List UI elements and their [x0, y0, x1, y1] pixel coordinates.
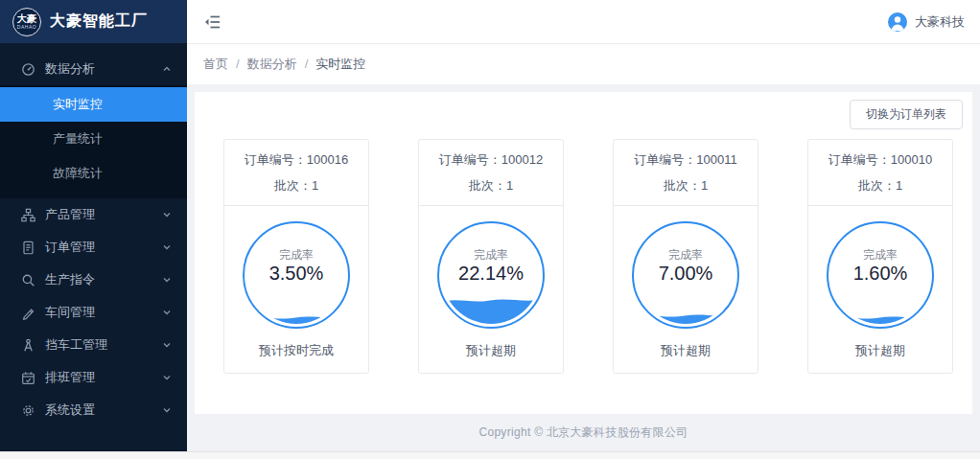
order-number: 订单编号：100011 [614, 151, 758, 169]
brand-emblem-text: 大豪 [17, 14, 36, 24]
sidebar-item-label: 生产指令 [45, 271, 162, 288]
worker-icon [21, 338, 35, 353]
sidebar: 大豪 DAHAO 大豪智能工厂 数据分析实时监控产量统计故障统计产品管理订单管理… [0, 0, 187, 451]
batch-number: 批次：1 [224, 177, 368, 195]
main-area: 大豪科技 首页/数据分析/实时监控 切换为订单列表 订单编号：100016批次：… [187, 0, 980, 451]
gauge-section: 完成率7.00%预计超期 [614, 205, 758, 359]
top-header: 大豪科技 [187, 0, 980, 43]
chevron-down-icon [162, 242, 172, 252]
order-number: 订单编号：100012 [419, 151, 563, 169]
breadcrumb-bar: 首页/数据分析/实时监控 [187, 43, 980, 84]
panel-toolbar: 切换为订单列表 [195, 92, 972, 129]
chevron-down-icon [162, 373, 172, 382]
order-card: 订单编号：100011批次：1完成率7.00%预计超期 [613, 139, 758, 374]
completion-liquid-gauge: 完成率1.60% [827, 221, 934, 329]
menu-fold-icon[interactable] [203, 12, 222, 32]
status-text: 预计按时完成 [224, 342, 368, 359]
sidebar-submenu: 实时监控产量统计故障统计 [0, 85, 187, 198]
rate-value: 1.60% [828, 263, 932, 285]
breadcrumb-item-1[interactable]: 首页 [203, 56, 228, 73]
sidebar-subitem-1[interactable]: 实时监控 [0, 87, 187, 122]
sidebar-item-4[interactable]: 生产指令 [0, 264, 187, 296]
chevron-down-icon [162, 210, 172, 219]
horizontal-scrollbar[interactable] [0, 451, 980, 459]
brand-emblem-icon: 大豪 DAHAO [12, 8, 41, 36]
gear-icon [21, 403, 35, 418]
gauge-section: 完成率3.50%预计按时完成 [224, 205, 368, 359]
app-title: 大豪智能工厂 [50, 11, 148, 32]
sidebar-item-7[interactable]: 排班管理 [0, 361, 187, 394]
rate-value: 3.50% [245, 263, 348, 285]
breadcrumb-separator: / [236, 57, 240, 71]
sidebar-item-label: 数据分析 [45, 60, 162, 78]
status-text: 预计超期 [419, 342, 563, 359]
order-number: 订单编号：100010 [808, 151, 952, 169]
rate-label: 完成率 [439, 247, 543, 264]
rate-label: 完成率 [828, 247, 932, 264]
chevron-down-icon [162, 308, 172, 317]
search-icon [21, 273, 35, 287]
order-card: 订单编号：100016批次：1完成率3.50%预计按时完成 [223, 139, 369, 374]
sidebar-item-label: 订单管理 [45, 239, 162, 256]
completion-liquid-gauge: 完成率3.50% [243, 221, 350, 329]
breadcrumb-separator: / [305, 57, 309, 71]
app-window: 大豪 DAHAO 大豪智能工厂 数据分析实时监控产量统计故障统计产品管理订单管理… [0, 0, 980, 451]
sidebar-item-1[interactable]: 数据分析 [0, 53, 187, 85]
breadcrumb: 首页/数据分析/实时监控 [203, 56, 365, 73]
pen-icon [21, 306, 35, 320]
sitemap-icon [21, 208, 35, 222]
content-panel: 切换为订单列表 订单编号：100016批次：1完成率3.50%预计按时完成订单编… [195, 92, 972, 414]
order-card: 订单编号：100010批次：1完成率1.60%预计超期 [807, 139, 953, 374]
switch-to-order-list-button[interactable]: 切换为订单列表 [850, 100, 963, 129]
sidebar-item-5[interactable]: 车间管理 [0, 296, 187, 329]
chevron-down-icon [162, 275, 172, 285]
order-card: 订单编号：100012批次：1完成率22.14%预计超期 [418, 139, 564, 374]
chevron-down-icon [162, 340, 172, 350]
gauge-section: 完成率1.60%预计超期 [808, 205, 952, 359]
order-number: 订单编号：100016 [224, 151, 368, 169]
rate-label: 完成率 [245, 247, 348, 264]
status-text: 预计超期 [808, 342, 952, 359]
sidebar-item-2[interactable]: 产品管理 [0, 198, 187, 231]
sidebar-item-label: 产品管理 [45, 206, 162, 223]
sidebar-subitem-2[interactable]: 产量统计 [0, 122, 187, 156]
app-logo[interactable]: 大豪 DAHAO 大豪智能工厂 [0, 0, 187, 43]
user-avatar [888, 12, 907, 32]
breadcrumb-item-2[interactable]: 数据分析 [247, 56, 297, 73]
status-text: 预计超期 [614, 342, 758, 359]
sidebar-menu: 数据分析实时监控产量统计故障统计产品管理订单管理生产指令车间管理挡车工管理排班管… [0, 43, 187, 451]
sidebar-item-label: 车间管理 [45, 304, 162, 321]
sidebar-item-label: 排班管理 [45, 369, 162, 386]
chevron-down-icon [162, 405, 172, 415]
rate-value: 22.14% [439, 263, 543, 285]
sidebar-subitem-3[interactable]: 故障统计 [0, 156, 187, 191]
rate-label: 完成率 [634, 247, 737, 264]
sidebar-item-8[interactable]: 系统设置 [0, 394, 187, 426]
footer-copyright: Copyright © 北京大豪科技股份有限公司 [195, 414, 972, 451]
batch-number: 批次：1 [808, 177, 952, 195]
user-menu[interactable]: 大豪科技 [888, 12, 965, 32]
order-cards-row: 订单编号：100016批次：1完成率3.50%预计按时完成订单编号：100012… [223, 139, 953, 374]
gauge-icon [21, 62, 35, 77]
sidebar-item-label: 挡车工管理 [45, 336, 162, 354]
completion-liquid-gauge: 完成率7.00% [632, 221, 739, 329]
user-name: 大豪科技 [915, 13, 965, 31]
batch-number: 批次：1 [419, 177, 563, 195]
sidebar-item-label: 系统设置 [45, 402, 162, 419]
calendar-icon [21, 371, 35, 385]
document-icon [21, 241, 35, 255]
gauge-section: 完成率22.14%预计超期 [419, 205, 563, 359]
sidebar-item-6[interactable]: 挡车工管理 [0, 329, 187, 361]
completion-liquid-gauge: 完成率22.14% [437, 221, 545, 329]
batch-number: 批次：1 [614, 177, 758, 195]
rate-value: 7.00% [634, 263, 737, 285]
brand-emblem-banner: DAHAO [17, 24, 36, 30]
breadcrumb-item-3: 实时监控 [315, 56, 365, 73]
sidebar-item-3[interactable]: 订单管理 [0, 231, 187, 264]
chevron-up-icon [162, 64, 172, 74]
content-area: 切换为订单列表 订单编号：100016批次：1完成率3.50%预计按时完成订单编… [187, 84, 980, 451]
